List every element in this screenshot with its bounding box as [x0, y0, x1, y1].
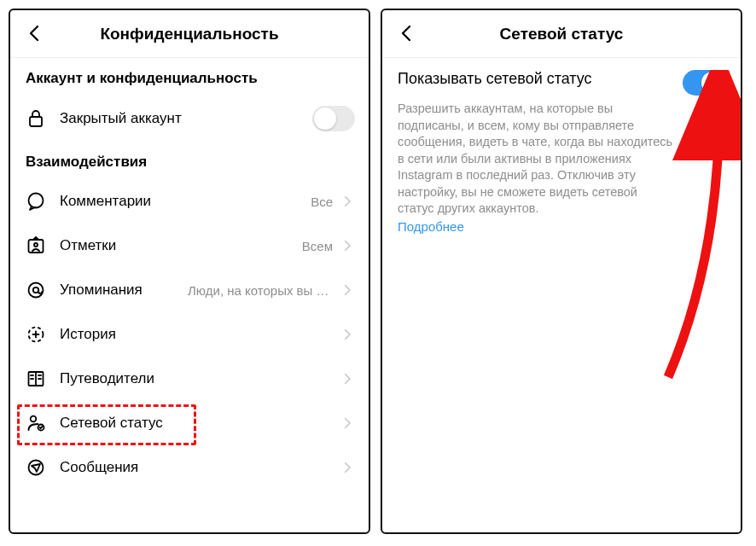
row-tags[interactable]: ОтметкиВсем	[10, 224, 369, 268]
row-label: Отметки	[60, 237, 116, 254]
section-interact-title: Взаимодействия	[10, 142, 369, 179]
svg-point-4	[29, 283, 44, 298]
page-title: Конфиденциальность	[100, 25, 278, 44]
header-left: Конфиденциальность	[10, 10, 369, 58]
activity-status-setting: Показывать сетевой статус Разрешить акка…	[382, 58, 741, 235]
messages-icon	[24, 456, 48, 479]
row-mentions[interactable]: УпоминанияЛюди, на которых вы п…	[10, 268, 369, 312]
row-label: Сетевой статус	[60, 415, 163, 432]
mentions-icon	[24, 278, 48, 302]
activity-icon	[24, 411, 48, 435]
back-button[interactable]	[394, 20, 420, 46]
row-label: Комментарии	[60, 193, 151, 210]
lock-icon	[24, 107, 48, 131]
chevron-right-icon	[340, 194, 355, 209]
private-account-toggle[interactable]	[312, 106, 355, 131]
activity-status-toggle[interactable]	[683, 70, 725, 96]
row-story[interactable]: История	[10, 312, 369, 357]
setting-description: Разрешить аккаунтам, на которые вы подпи…	[398, 101, 725, 218]
row-value: Все	[311, 195, 333, 209]
private-account-label: Закрытый аккаунт	[60, 110, 182, 127]
phone-left: Конфиденциальность Аккаунт и конфиденциа…	[9, 9, 370, 534]
row-value: Люди, на которых вы п…	[188, 283, 333, 298]
chevron-right-icon	[340, 238, 355, 253]
guides-icon	[24, 367, 48, 391]
comments-icon	[24, 189, 48, 213]
svg-point-17	[29, 461, 44, 475]
chevron-right-icon	[340, 282, 355, 298]
story-icon	[24, 322, 48, 346]
svg-point-5	[33, 288, 38, 293]
chevron-left-icon	[397, 23, 417, 44]
row-private-account[interactable]: Закрытый аккаунт	[10, 96, 369, 142]
learn-more-link[interactable]: Подробнее	[398, 219, 464, 234]
row-activity[interactable]: Сетевой статус	[10, 401, 369, 445]
setting-label: Показывать сетевой статус	[398, 70, 683, 88]
row-guides[interactable]: Путеводители	[10, 357, 369, 401]
svg-point-15	[31, 416, 37, 422]
svg-point-3	[34, 243, 38, 247]
chevron-right-icon	[340, 371, 355, 386]
chevron-right-icon	[340, 460, 355, 475]
header-right: Сетевой статус	[382, 10, 741, 58]
row-messages[interactable]: Сообщения	[10, 445, 369, 490]
row-comments[interactable]: КомментарииВсе	[10, 179, 369, 224]
page-title: Сетевой статус	[500, 25, 624, 44]
tags-icon	[24, 234, 48, 258]
row-label: История	[60, 326, 116, 343]
phone-right: Сетевой статус Показывать сетевой статус…	[381, 9, 742, 534]
svg-rect-0	[30, 117, 42, 126]
back-button[interactable]	[22, 20, 48, 46]
chevron-right-icon	[340, 415, 355, 431]
svg-point-1	[29, 194, 44, 208]
chevron-right-icon	[340, 327, 355, 342]
row-value: Всем	[302, 239, 333, 253]
section-account-title: Аккаунт и конфиденциальность	[10, 58, 369, 96]
row-label: Упоминания	[60, 282, 142, 299]
row-label: Путеводители	[60, 370, 154, 387]
row-label: Сообщения	[60, 459, 138, 476]
chevron-left-icon	[25, 23, 45, 44]
